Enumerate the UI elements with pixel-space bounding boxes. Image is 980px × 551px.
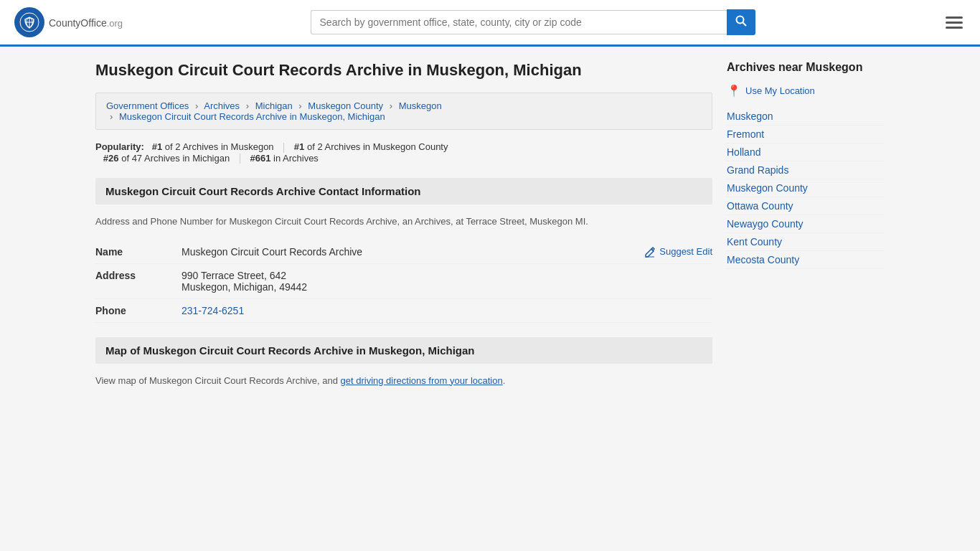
main-content: Muskegon Circuit Court Records Archive i… bbox=[81, 47, 899, 402]
header: CountyOffice.org bbox=[0, 0, 980, 47]
address-label: Address bbox=[95, 270, 182, 281]
search-button[interactable] bbox=[727, 9, 755, 35]
suggest-edit-link[interactable]: Suggest Edit bbox=[644, 246, 712, 258]
sidebar-link-muskegon-county[interactable]: Muskegon County bbox=[727, 179, 885, 197]
popularity-text2: of 2 Archives in Muskegon County bbox=[307, 141, 448, 152]
logo-area: CountyOffice.org bbox=[14, 7, 123, 37]
use-location-label: Use My Location bbox=[745, 85, 815, 96]
breadcrumb-sep-1: › bbox=[195, 100, 198, 111]
phone-row: Phone 231-724-6251 bbox=[95, 299, 712, 323]
popularity-text3: of 47 Archives in Michigan bbox=[121, 153, 230, 164]
sidebar-link-ottawa-county[interactable]: Ottawa County bbox=[727, 197, 885, 215]
menu-icon-line1 bbox=[946, 17, 963, 19]
suggest-edit-icon bbox=[644, 246, 656, 258]
phone-label: Phone bbox=[95, 305, 182, 316]
search-area bbox=[311, 9, 755, 35]
address-line2: Muskegon, Michigan, 49442 bbox=[182, 281, 712, 293]
popularity-section: Popularity: #1 of 2 Archives in Muskegon… bbox=[95, 141, 712, 164]
breadcrumb-indent: › bbox=[110, 111, 113, 122]
address-value: 990 Terrace Street, 642 Muskegon, Michig… bbox=[182, 270, 712, 293]
breadcrumb-sep-4: › bbox=[390, 100, 392, 111]
breadcrumb-sep-3: › bbox=[298, 100, 301, 111]
sidebar-link-kent-county[interactable]: Kent County bbox=[727, 233, 885, 251]
sidebar-link-mecosta-county[interactable]: Mecosta County bbox=[727, 251, 885, 269]
name-label: Name bbox=[95, 246, 182, 258]
sidebar: Archives near Muskegon 📍 Use My Location… bbox=[727, 61, 885, 387]
popularity-label: Popularity: bbox=[95, 141, 144, 152]
menu-icon-line2 bbox=[946, 22, 963, 24]
page-title: Muskegon Circuit Court Records Archive i… bbox=[95, 61, 712, 80]
name-value: Muskegon Circuit Court Records Archive bbox=[182, 246, 362, 258]
breadcrumb-muskegon[interactable]: Muskegon bbox=[399, 100, 442, 111]
sidebar-link-muskegon[interactable]: Muskegon bbox=[727, 108, 885, 126]
logo-suffix: .org bbox=[107, 18, 123, 29]
breadcrumb-sep-2: › bbox=[246, 100, 249, 111]
directions-link[interactable]: get driving directions from your locatio… bbox=[341, 375, 503, 386]
name-row: Name Muskegon Circuit Court Records Arch… bbox=[95, 240, 712, 264]
sidebar-header: Archives near Muskegon bbox=[727, 61, 885, 74]
map-description: View map of Muskegon Circuit Court Recor… bbox=[95, 374, 712, 388]
logo-name: CountyOffice bbox=[49, 17, 107, 29]
logo-icon bbox=[14, 7, 44, 37]
content-area: Muskegon Circuit Court Records Archive i… bbox=[95, 61, 712, 387]
breadcrumb-muskegon-county[interactable]: Muskegon County bbox=[308, 100, 383, 111]
popularity-text1: of 2 Archives in Muskegon bbox=[165, 141, 274, 152]
map-desc-text1: View map of Muskegon Circuit Court Recor… bbox=[95, 375, 341, 386]
breadcrumb: Government Offices › Archives › Michigan… bbox=[95, 93, 712, 130]
contact-section-header: Muskegon Circuit Court Records Archive C… bbox=[95, 178, 712, 204]
svg-line-5 bbox=[743, 23, 746, 27]
logo-text: CountyOffice.org bbox=[49, 15, 123, 30]
address-line1: 990 Terrace Street, 642 bbox=[182, 270, 712, 281]
sidebar-link-fremont[interactable]: Fremont bbox=[727, 126, 885, 143]
popularity-rank4: #661 bbox=[250, 153, 270, 164]
suggest-edit-label: Suggest Edit bbox=[659, 246, 712, 257]
sidebar-link-holland[interactable]: Holland bbox=[727, 143, 885, 161]
popularity-sep1 bbox=[283, 143, 284, 153]
phone-value: 231-724-6251 bbox=[182, 305, 712, 316]
breadcrumb-govt-offices[interactable]: Government Offices bbox=[106, 100, 189, 111]
sidebar-link-grand-rapids[interactable]: Grand Rapids bbox=[727, 161, 885, 179]
sidebar-link-newaygo-county[interactable]: Newaygo County bbox=[727, 215, 885, 233]
popularity-sep2 bbox=[240, 154, 240, 164]
contact-description: Address and Phone Number for Muskegon Ci… bbox=[95, 215, 712, 229]
phone-link[interactable]: 231-724-6251 bbox=[182, 305, 244, 316]
use-location-button[interactable]: 📍 Use My Location bbox=[727, 84, 885, 98]
location-pin-icon: 📍 bbox=[727, 84, 741, 98]
map-section-header: Map of Muskegon Circuit Court Records Ar… bbox=[95, 337, 712, 364]
name-left: Name Muskegon Circuit Court Records Arch… bbox=[95, 246, 362, 258]
address-row: Address 990 Terrace Street, 642 Muskegon… bbox=[95, 264, 712, 299]
breadcrumb-current[interactable]: Muskegon Circuit Court Records Archive i… bbox=[119, 111, 385, 122]
menu-icon-line3 bbox=[946, 27, 963, 29]
svg-point-4 bbox=[736, 17, 743, 24]
popularity-rank2: #1 bbox=[294, 141, 304, 152]
search-input[interactable] bbox=[311, 10, 727, 34]
map-desc-text2: . bbox=[503, 375, 506, 386]
menu-button[interactable] bbox=[943, 14, 966, 32]
breadcrumb-michigan[interactable]: Michigan bbox=[255, 100, 293, 111]
popularity-rank1: #1 bbox=[152, 141, 162, 152]
popularity-rank3: #26 bbox=[103, 153, 119, 164]
popularity-text4: in Archives bbox=[273, 153, 319, 164]
breadcrumb-archives[interactable]: Archives bbox=[204, 100, 240, 111]
